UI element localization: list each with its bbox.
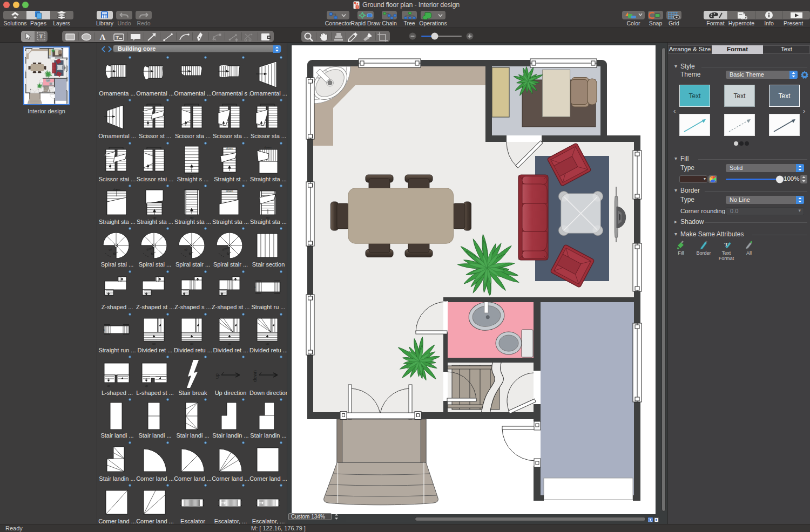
svg-text:down: down (226, 147, 233, 150)
svg-text:up: up (107, 384, 110, 387)
svg-text:A: A (100, 33, 106, 42)
svg-text:up: up (215, 373, 220, 379)
svg-text:up: up (190, 342, 193, 345)
svg-text:up: up (184, 247, 188, 251)
svg-text:down: down (264, 146, 271, 149)
svg-text:down: down (226, 189, 233, 193)
svg-text:down: down (253, 370, 258, 382)
svg-text:up: up (228, 342, 231, 345)
svg-text:down: down (146, 246, 153, 251)
svg-text:down: down (221, 246, 229, 251)
svg-text:up: up (266, 342, 269, 345)
svg-text:up: up (145, 384, 148, 387)
svg-text:T: T (116, 35, 119, 40)
svg-text:up: up (108, 247, 112, 251)
svg-text:up: up (152, 342, 156, 345)
svg-text:T: T (39, 33, 43, 39)
